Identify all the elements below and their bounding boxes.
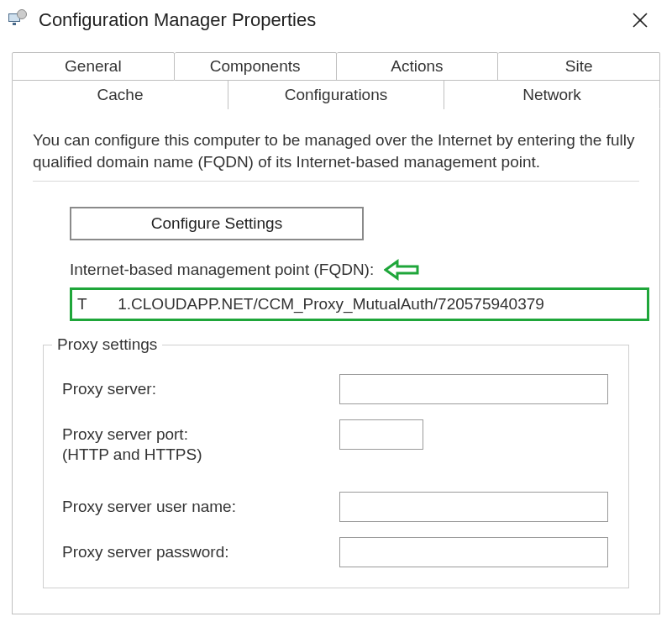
titlebar: Configuration Manager Properties: [0, 0, 672, 40]
proxy-server-label: Proxy server:: [62, 374, 339, 399]
properties-dialog: Configuration Manager Properties General…: [0, 0, 672, 622]
client-area: General Components Actions Site Cache Co…: [0, 40, 672, 614]
close-button[interactable]: [622, 7, 659, 34]
close-icon: [633, 13, 648, 28]
tab-actions[interactable]: Actions: [337, 52, 499, 81]
tab-site[interactable]: Site: [498, 52, 660, 81]
fqdn-input[interactable]: [70, 287, 649, 321]
proxy-user-input[interactable]: [339, 492, 608, 522]
proxy-port-label: Proxy server port: (HTTP and HTTPS): [62, 419, 339, 465]
proxy-settings-legend: Proxy settings: [52, 335, 162, 354]
proxy-port-input[interactable]: [339, 419, 423, 450]
proxy-password-label: Proxy server password:: [62, 537, 339, 562]
tab-cache[interactable]: Cache: [12, 81, 228, 109]
window-title: Configuration Manager Properties: [39, 9, 316, 31]
app-icon: [8, 10, 29, 30]
fqdn-label: Internet-based management point (FQDN):: [70, 261, 374, 279]
network-panel: You can configure this computer to be ma…: [12, 109, 660, 614]
tab-general[interactable]: General: [12, 52, 175, 81]
proxy-user-label: Proxy server user name:: [62, 492, 339, 517]
proxy-password-input[interactable]: [339, 537, 608, 567]
divider: [33, 181, 639, 182]
fqdn-block: Internet-based management point (FQDN):: [70, 259, 639, 321]
tab-components[interactable]: Components: [175, 52, 337, 81]
configure-settings-button[interactable]: Configure Settings: [70, 207, 364, 240]
arrow-left-icon: [384, 259, 419, 281]
proxy-server-input[interactable]: [339, 374, 608, 404]
tab-network[interactable]: Network: [444, 81, 660, 109]
tab-configurations[interactable]: Configurations: [228, 81, 444, 109]
panel-description: You can configure this computer to be ma…: [33, 129, 639, 172]
tab-strip: General Components Actions Site Cache Co…: [12, 52, 660, 614]
proxy-settings-group: Proxy settings Proxy server: Proxy serve…: [43, 345, 629, 588]
